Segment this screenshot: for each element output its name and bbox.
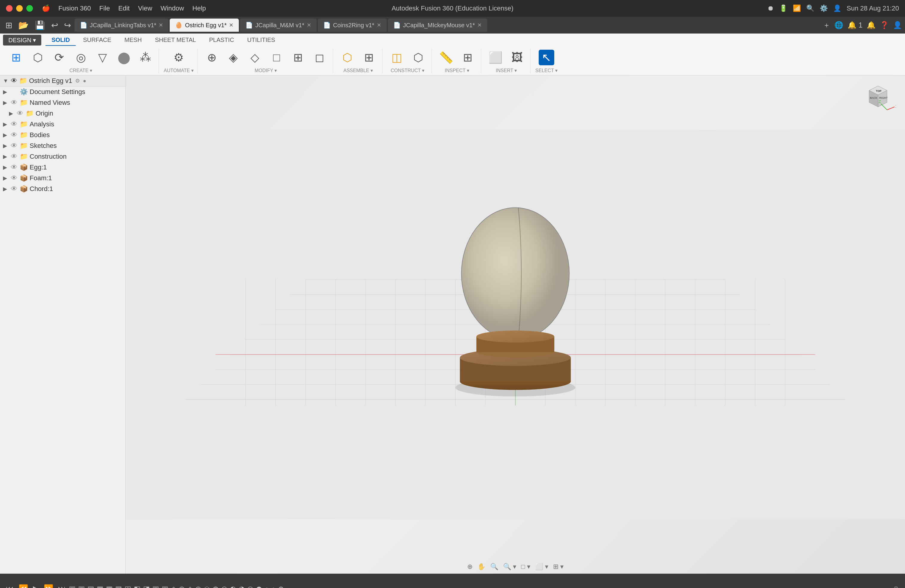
arrow-origin[interactable]: ▶ [9, 110, 15, 117]
eye-egg[interactable]: 👁 [11, 164, 18, 171]
tab-mickey[interactable]: 📄 JCapilla_MIckeyMouse v1* ✕ [388, 19, 487, 32]
sidebar-item-sketches[interactable]: ▶ 👁 📁 Sketches [0, 140, 125, 151]
close-button[interactable] [6, 5, 13, 12]
chamfer-tool[interactable]: ◇ [245, 49, 265, 67]
fit-icon[interactable]: 🔍 ▾ [503, 563, 516, 571]
fullscreen-button[interactable] [26, 5, 33, 12]
timeline-item-21[interactable]: ◒ [247, 585, 254, 588]
timeline-first[interactable]: ⏮ [6, 584, 14, 588]
timeline-item-24[interactable]: ● [272, 585, 276, 588]
automate-tool[interactable]: ⚙ [169, 49, 188, 67]
timeline-item-9[interactable]: ◨ [143, 585, 150, 588]
view-cube[interactable]: TOP RIGHT BACK X Z [860, 81, 896, 118]
construct-tool2[interactable]: ⬡ [409, 49, 428, 67]
arrow-egg[interactable]: ▶ [3, 164, 9, 171]
eye-analysis[interactable]: 👁 [11, 120, 18, 128]
root-settings-icon[interactable]: ⚙ [75, 78, 80, 84]
tab-close-ostrich[interactable]: ✕ [229, 22, 233, 29]
rigid-group-tool[interactable]: ⊞ [359, 49, 379, 67]
minimize-button[interactable] [16, 5, 23, 12]
sidebar-item-origin[interactable]: ▶ 👁 📁 Origin [0, 108, 125, 119]
eye-bodies[interactable]: 👁 [11, 131, 18, 139]
timeline-item-17[interactable]: ◍ [213, 585, 219, 588]
window-menu[interactable]: Window [161, 5, 184, 12]
shell-tool[interactable]: □ [267, 49, 286, 67]
file-menu[interactable]: File [99, 5, 110, 12]
arrow-analysis[interactable]: ▶ [3, 121, 9, 127]
tab-close-mickey[interactable]: ✕ [477, 22, 482, 29]
undo-icon[interactable]: ↩ [49, 19, 60, 32]
timeline-item-4[interactable]: ▦ [97, 585, 103, 588]
save-icon[interactable]: 💾 [32, 19, 48, 32]
press-pull-tool[interactable]: ⊕ [202, 49, 221, 67]
arrow-named-views[interactable]: ▶ [3, 99, 9, 106]
design-dropdown[interactable]: DESIGN ▾ [3, 35, 41, 46]
timeline-item-15[interactable]: ◉ [195, 585, 202, 588]
help-menu[interactable]: Help [192, 5, 206, 12]
timeline-item-12[interactable]: ◈ [171, 585, 176, 588]
ribbon-tab-utilities[interactable]: UTILITIES [241, 35, 281, 46]
edit-menu[interactable]: Edit [118, 5, 130, 12]
timeline-item-22[interactable]: ◓ [256, 585, 262, 588]
eye-sketches[interactable]: 👁 [11, 142, 18, 150]
timeline-item-10[interactable]: ▣ [152, 585, 159, 588]
arrow-chord[interactable]: ▶ [3, 186, 9, 192]
ribbon-tab-sheetmetal[interactable]: SHEET METAL [149, 35, 202, 46]
arrow-doc-settings[interactable]: ▶ [3, 89, 9, 95]
timeline-item-13[interactable]: ◉ [179, 585, 185, 588]
timeline-last[interactable]: ⏭ [58, 584, 66, 588]
construct-tool1[interactable]: ◫ [387, 49, 406, 67]
view-menu[interactable]: View [138, 5, 152, 12]
tab-close-coins[interactable]: ✕ [377, 22, 381, 29]
timeline-item-2[interactable]: ▣ [78, 585, 85, 588]
new-doc-icon[interactable]: 📂 [16, 19, 31, 32]
notifications-count[interactable]: 🔔 1 [848, 21, 862, 29]
inspect-tool2[interactable]: ⊞ [458, 49, 477, 67]
timeline-item-11[interactable]: ▣ [162, 585, 168, 588]
sidebar-item-named-views[interactable]: ▶ 👁 📁 Named Views [0, 97, 125, 108]
timeline-item-23[interactable]: ● [265, 585, 269, 588]
apple-menu-item[interactable]: 🍎 [42, 5, 50, 12]
fusion360-menu[interactable]: Fusion 360 [58, 5, 91, 12]
sidebar-item-document-settings[interactable]: ▶ ⚙️ Document Settings [0, 86, 125, 97]
ribbon-tab-mesh[interactable]: MESH [119, 35, 148, 46]
timeline-play[interactable]: ▶ [33, 584, 39, 588]
sphere-tool[interactable]: ⬤ [114, 49, 133, 67]
tab-close-linking[interactable]: ✕ [159, 22, 163, 29]
measure-tool[interactable]: 📏 [437, 49, 456, 67]
sidebar-item-analysis[interactable]: ▶ 👁 📁 Analysis [0, 119, 125, 130]
ribbon-tab-plastic[interactable]: PLASTIC [203, 35, 240, 46]
eye-construction[interactable]: 👁 [11, 153, 18, 161]
grid-menu-icon[interactable]: ⊞ [3, 19, 15, 32]
ribbon-tab-surface[interactable]: SURFACE [77, 35, 117, 46]
sidebar-item-chord[interactable]: ▶ 👁 📦 Chord:1 [0, 184, 125, 194]
timeline-prev[interactable]: ⏪ [19, 584, 28, 588]
control-center-icon[interactable]: ⚙️ [820, 5, 828, 12]
sidebar-item-bodies[interactable]: ▶ 👁 📁 Bodies [0, 130, 125, 140]
timeline-settings-icon[interactable]: ⚙ [893, 585, 899, 588]
tab-ostrich-egg[interactable]: 🥚 Ostrich Egg v1* ✕ [170, 19, 239, 32]
select-tool[interactable]: ↖ [537, 49, 556, 67]
tab-mm[interactable]: 📄 JCapilla_M&M v1* ✕ [240, 19, 316, 32]
eye-origin[interactable]: 👁 [17, 110, 24, 118]
timeline-item-25[interactable]: ⊕ [278, 585, 284, 588]
user-profile-icon[interactable]: 👤 [893, 21, 902, 29]
redo-icon[interactable]: ↪ [62, 19, 73, 32]
arrow-foam[interactable]: ▶ [3, 175, 9, 181]
root-eye-icon[interactable]: 👁 [11, 77, 17, 85]
arrow-sketches[interactable]: ▶ [3, 143, 9, 149]
insert-tool2[interactable]: 🖼 [508, 49, 527, 67]
timeline-item-14[interactable]: ◈ [187, 585, 193, 588]
sweep-tool[interactable]: ◎ [71, 49, 90, 67]
joint-tool[interactable]: ⬡ [338, 49, 357, 67]
timeline-item-3[interactable]: ▤ [87, 585, 94, 588]
arrow-construction[interactable]: ▶ [3, 153, 9, 160]
combine-tool[interactable]: ⊞ [289, 49, 308, 67]
loft-tool[interactable]: ▽ [93, 49, 112, 67]
zoom-icon[interactable]: 🔍 [490, 563, 498, 571]
timeline-item-1[interactable]: ▣ [69, 585, 76, 588]
tab-close-mm[interactable]: ✕ [307, 22, 311, 29]
timeline-item-18[interactable]: ◎ [221, 585, 227, 588]
grid-icon[interactable]: ⊞ ▾ [553, 563, 564, 571]
sidebar-item-construction[interactable]: ▶ 👁 📁 Construction [0, 151, 125, 162]
